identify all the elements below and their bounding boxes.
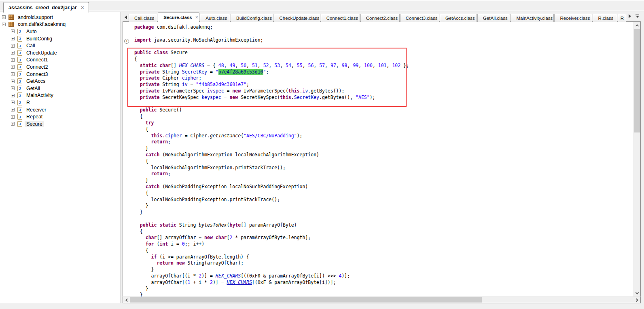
editor-tab-Auto.class[interactable]: Auto.class (200, 14, 230, 22)
expand-icon[interactable]: + (11, 101, 15, 104)
horizontal-scroll-thumb[interactable] (130, 297, 482, 303)
tree-item-label: R (25, 100, 31, 105)
scroll-left-button[interactable] (123, 297, 130, 303)
code-line: this.cipher = Cipher.getInstance("AES/CB… (134, 133, 633, 139)
code-line: } (134, 267, 633, 273)
chevron-down-icon (636, 291, 639, 294)
tree-root-com.dsifakf.aoakmnq[interactable]: -com.dsifakf.aoakmnq (0, 21, 121, 28)
java-class-icon: J (17, 36, 22, 42)
expand-icon[interactable]: + (11, 94, 15, 97)
editor-tab-Connect3.class[interactable]: Connect3.class (400, 14, 439, 22)
tree-item-Receiver[interactable]: +JReceiver (0, 106, 121, 114)
expand-icon[interactable]: + (11, 29, 15, 33)
expand-icon[interactable]: + (11, 44, 15, 48)
editor-tab-R[interactable]: R (618, 14, 626, 22)
code-line: for (int i = 0;; i++) (134, 241, 633, 248)
code-line: public static String bytesToHex(byte[] p… (134, 222, 633, 229)
tree-item-BuildConfig[interactable]: +JBuildConfig (0, 35, 121, 42)
tree-item-Connect1[interactable]: +JConnect1 (0, 57, 121, 64)
code-line: return new String(arrayOfChar); (134, 260, 633, 267)
tree-root-android.support[interactable]: +android.support (0, 14, 121, 21)
tree-root-label: android.support (17, 15, 54, 20)
expand-icon[interactable]: + (11, 72, 15, 76)
tab-scroll-right-button[interactable] (627, 12, 633, 20)
tree-item-MainActivity[interactable]: +JMainActivity (0, 92, 121, 99)
tab-list-menu-button[interactable] (636, 15, 639, 18)
vertical-scroll-thumb[interactable] (634, 29, 640, 132)
jar-file-tab[interactable]: assassins_creed_dex2jar.jar × (3, 2, 89, 13)
tree-item-GetAccs[interactable]: +JGetAccs (0, 78, 121, 85)
java-class-icon: J (17, 29, 22, 34)
editor-tab-GetAccs.class[interactable]: GetAccs.class (440, 14, 477, 22)
package-tree: +android.support-com.dsifakf.aoakmnq+JAu… (0, 12, 121, 303)
code-line: package com.dsifakf.aoakmnq; (134, 24, 633, 31)
code-line: { (134, 56, 633, 63)
tree-item-Repeat[interactable]: +JRepeat (0, 113, 121, 120)
tree-item-R[interactable]: +JR (0, 99, 121, 106)
expand-icon[interactable]: + (11, 80, 15, 83)
tree-item-Connect2[interactable]: +JConnect2 (0, 63, 121, 71)
tree-item-Call[interactable]: +JCall (0, 42, 121, 49)
editor-tab-label: Connect1.class (326, 16, 358, 21)
tree-item-GetAll[interactable]: +JGetAll (0, 85, 121, 92)
code-line: { (134, 248, 633, 254)
code-line (134, 43, 633, 50)
expand-icon[interactable]: + (11, 108, 15, 111)
expand-icon[interactable]: + (11, 65, 15, 69)
package-icon (8, 15, 14, 20)
editor-tab-Secure.class[interactable]: Secure.class× (158, 13, 199, 22)
code-line: import java.security.NoSuchAlgorithmExce… (134, 37, 633, 44)
editor-tab-label: R (621, 16, 624, 21)
editor-tab-Connect1.class[interactable]: Connect1.class (321, 14, 360, 22)
close-icon[interactable]: × (195, 15, 198, 20)
code-line: localNoSuchAlgorithmException.printStack… (134, 165, 633, 171)
editor-tab-label: GetAccs.class (445, 16, 475, 21)
editor-tab-bar: Call.classSecure.class×Auto.classBuildCo… (123, 12, 641, 21)
tree-item-Auto[interactable]: +JAuto (0, 28, 121, 35)
tree-item-Connect3[interactable]: +JConnect3 (0, 71, 121, 78)
code-line: } (134, 209, 633, 216)
editor-tab-Connect2.class[interactable]: Connect2.class (360, 14, 400, 22)
editor-tab-R.class[interactable]: R.class (593, 14, 617, 22)
fold-expand-icon[interactable]: + (124, 39, 129, 44)
code-line: try (134, 120, 633, 126)
editor-tab-GetAll.class[interactable]: GetAll.class (477, 14, 510, 22)
expand-icon[interactable]: + (11, 58, 15, 62)
editor-tab-Receiver.class[interactable]: Receiver.class (554, 14, 592, 22)
code-line (134, 31, 633, 37)
code-view: package com.dsifakf.aoakmnq; import java… (123, 22, 633, 296)
collapse-icon[interactable]: - (2, 23, 6, 26)
jar-file-tab-label: assassins_creed_dex2jar.jar (8, 5, 77, 11)
vertical-scrollbar[interactable] (633, 22, 640, 296)
editor-tab-Call.class[interactable]: Call.class (129, 14, 157, 22)
highlighted-secret-key: b7e4f28a69c53d10 (218, 69, 263, 75)
java-class-icon: J (17, 100, 22, 105)
close-icon[interactable]: × (81, 5, 84, 10)
expand-icon[interactable]: + (2, 15, 6, 19)
package-icon (8, 22, 14, 27)
scroll-down-button[interactable] (634, 290, 640, 296)
editor-tab-BuildConfig.class[interactable]: BuildConfig.class (231, 14, 273, 22)
code-line: } (134, 145, 633, 152)
expand-icon[interactable]: + (11, 51, 15, 55)
expand-icon[interactable]: + (11, 37, 15, 40)
expand-icon[interactable]: + (11, 86, 15, 90)
code-line: char[] arrayOfChar = new char[2 * paramA… (134, 235, 633, 241)
scroll-up-button[interactable] (634, 22, 640, 29)
tab-scroll-left-button[interactable] (123, 13, 129, 21)
tree-item-CheckUpdate[interactable]: +JCheckUpdate (0, 49, 121, 57)
tree-item-label: BuildConfig (25, 36, 53, 42)
horizontal-scrollbar[interactable] (123, 296, 641, 303)
editor-tab-label: CheckUpdate.class (280, 16, 320, 21)
code-line: return; (134, 171, 633, 177)
editor-tab-CheckUpdate.class[interactable]: CheckUpdate.class (274, 14, 320, 22)
editor-tab-label: BuildConfig.class (236, 16, 272, 21)
expand-icon[interactable]: + (11, 122, 15, 126)
editor-tab-label: Auto.class (205, 16, 227, 21)
tree-item-Secure[interactable]: +JSecure (0, 120, 121, 128)
expand-icon[interactable]: + (11, 115, 15, 119)
tree-item-label: GetAll (25, 86, 41, 91)
scroll-right-button[interactable] (633, 297, 640, 303)
tree-item-label: Repeat (25, 114, 44, 120)
editor-tab-MainActivity.class[interactable]: MainActivity.class (511, 14, 554, 22)
